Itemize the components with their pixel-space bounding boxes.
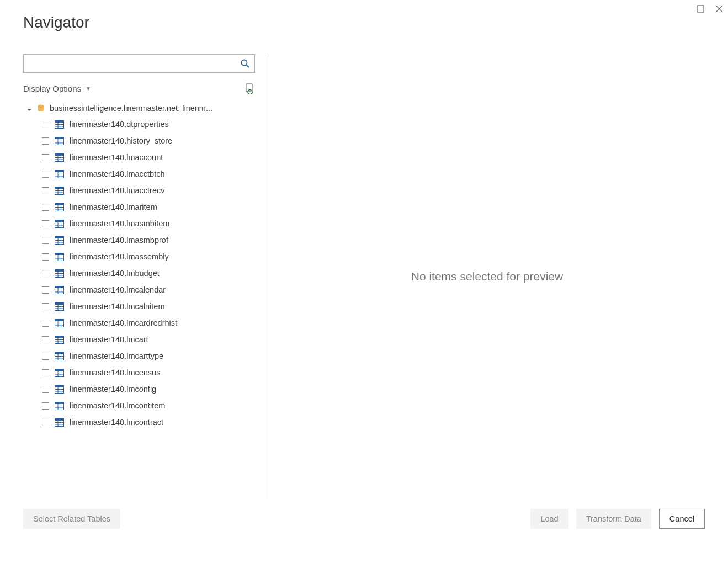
checkbox[interactable] xyxy=(42,419,49,426)
tree-item[interactable]: linenmaster140.lmbudget xyxy=(23,265,255,281)
preview-pane: No items selected for preview xyxy=(269,54,705,499)
table-icon xyxy=(55,336,64,344)
tree-view[interactable]: businessintelligence.linenmaster.net: li… xyxy=(23,100,255,499)
table-icon xyxy=(55,369,64,377)
tree-item[interactable]: linenmaster140.lmcensus xyxy=(23,364,255,381)
navigator-left-pane: Display Options ▼ xyxy=(23,54,255,499)
tree-item[interactable]: linenmaster140.lmcardredrhist xyxy=(23,315,255,331)
cancel-button[interactable]: Cancel xyxy=(659,509,705,529)
database-icon xyxy=(36,104,45,113)
tree-item[interactable]: linenmaster140.lmcontitem xyxy=(23,397,255,414)
svg-rect-104 xyxy=(55,385,64,387)
tree-item-label: linenmaster140.lmcontract xyxy=(70,418,163,427)
table-icon xyxy=(55,286,64,294)
svg-rect-74 xyxy=(55,302,64,305)
maximize-icon[interactable] xyxy=(696,4,705,13)
tree-item-label: linenmaster140.lmacctrecv xyxy=(70,186,164,195)
checkbox[interactable] xyxy=(42,353,49,360)
checkbox[interactable] xyxy=(42,402,49,410)
tree-item[interactable]: linenmaster140.lmaccount xyxy=(23,149,255,166)
checkbox[interactable] xyxy=(42,320,49,327)
table-icon xyxy=(55,137,64,145)
tree-item-label: linenmaster140.lmcensus xyxy=(70,368,160,377)
tree-item-label: linenmaster140.lmasmbitem xyxy=(70,219,169,228)
search-icon[interactable] xyxy=(240,59,250,68)
table-icon xyxy=(55,153,64,162)
display-options-dropdown[interactable]: Display Options ▼ xyxy=(23,84,91,93)
checkbox[interactable] xyxy=(42,286,49,294)
checkbox[interactable] xyxy=(42,336,49,343)
table-icon xyxy=(55,120,64,129)
tree-item-label: linenmaster140.lmcalnitem xyxy=(70,302,164,311)
tree-item[interactable]: linenmaster140.lmacctrecv xyxy=(23,182,255,199)
table-icon xyxy=(55,319,64,327)
table-icon xyxy=(55,269,64,278)
checkbox[interactable] xyxy=(42,187,49,194)
tree-item[interactable]: linenmaster140.lmasmbitem xyxy=(23,215,255,232)
tree-item[interactable]: linenmaster140.history_store xyxy=(23,132,255,149)
svg-rect-62 xyxy=(55,269,64,272)
tree-item-label: linenmaster140.lmcardredrhist xyxy=(70,318,177,327)
tree-item-label: linenmaster140.lmacctbtch xyxy=(70,169,164,178)
tree-item[interactable]: linenmaster140.lmaritem xyxy=(23,199,255,215)
checkbox[interactable] xyxy=(42,154,49,161)
transform-data-button[interactable]: Transform Data xyxy=(576,509,651,529)
tree-item-label: linenmaster140.history_store xyxy=(70,136,172,145)
svg-rect-32 xyxy=(55,187,64,189)
tree-item[interactable]: linenmaster140.dtproperties xyxy=(23,116,255,132)
search-input[interactable] xyxy=(29,59,240,69)
svg-rect-38 xyxy=(55,203,64,205)
checkbox[interactable] xyxy=(42,386,49,393)
refresh-icon[interactable] xyxy=(244,83,255,94)
checkbox[interactable] xyxy=(42,137,49,145)
close-icon[interactable] xyxy=(715,4,724,13)
tree-item[interactable]: linenmaster140.lmconfig xyxy=(23,381,255,397)
svg-rect-14 xyxy=(55,137,64,139)
tree-item[interactable]: linenmaster140.lmasmbprof xyxy=(23,232,255,248)
checkbox[interactable] xyxy=(42,171,49,178)
checkbox[interactable] xyxy=(42,253,49,261)
tree-item[interactable]: linenmaster140.lmcontract xyxy=(23,414,255,431)
checkbox[interactable] xyxy=(42,303,49,310)
svg-rect-116 xyxy=(55,418,64,421)
svg-rect-20 xyxy=(55,153,64,156)
svg-rect-68 xyxy=(55,286,64,288)
tree-root[interactable]: businessintelligence.linenmaster.net: li… xyxy=(23,100,255,116)
table-icon xyxy=(55,236,64,245)
tree-item[interactable]: linenmaster140.lmcarttype xyxy=(23,348,255,364)
page-title: Navigator xyxy=(23,14,89,31)
table-icon xyxy=(55,170,64,178)
search-box[interactable] xyxy=(23,54,255,73)
svg-rect-92 xyxy=(55,352,64,354)
tree-item-label: linenmaster140.lmcalendar xyxy=(70,285,166,294)
tree-item-label: linenmaster140.lmcontitem xyxy=(70,401,165,410)
table-icon xyxy=(55,253,64,261)
tree-item[interactable]: linenmaster140.lmcalendar xyxy=(23,281,255,298)
table-icon xyxy=(55,220,64,228)
collapse-icon[interactable] xyxy=(26,105,32,111)
tree-item-label: linenmaster140.lmcart xyxy=(70,335,148,344)
svg-rect-110 xyxy=(55,402,64,404)
table-icon xyxy=(55,302,64,311)
svg-point-3 xyxy=(242,60,247,66)
svg-line-4 xyxy=(247,65,249,68)
tree-item-label: linenmaster140.lmaritem xyxy=(70,203,157,211)
checkbox[interactable] xyxy=(42,270,49,277)
table-icon xyxy=(55,203,64,211)
svg-rect-50 xyxy=(55,236,64,238)
checkbox[interactable] xyxy=(42,204,49,211)
table-icon xyxy=(55,402,64,410)
preview-message: No items selected for preview xyxy=(411,270,563,283)
checkbox[interactable] xyxy=(42,237,49,244)
load-button[interactable]: Load xyxy=(530,509,568,529)
tree-item[interactable]: linenmaster140.lmcart xyxy=(23,331,255,348)
checkbox[interactable] xyxy=(42,369,49,376)
checkbox[interactable] xyxy=(42,220,49,227)
checkbox[interactable] xyxy=(42,121,49,128)
tree-item-label: linenmaster140.lmasmbprof xyxy=(70,236,168,245)
tree-item[interactable]: linenmaster140.lmacctbtch xyxy=(23,166,255,182)
tree-item[interactable]: linenmaster140.lmassembly xyxy=(23,248,255,265)
select-related-tables-button[interactable]: Select Related Tables xyxy=(23,509,120,529)
tree-item[interactable]: linenmaster140.lmcalnitem xyxy=(23,298,255,315)
svg-rect-26 xyxy=(55,170,64,172)
